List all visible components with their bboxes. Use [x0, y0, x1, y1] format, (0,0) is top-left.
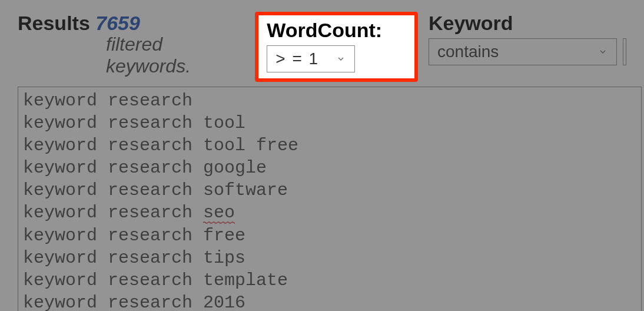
spellcheck-word: seo [203, 203, 235, 223]
keyword-line: keyword research tips [23, 247, 636, 269]
wordcount-select-value: > = 1 [275, 49, 336, 68]
wordcount-select[interactable]: > = 1 [267, 45, 355, 72]
chevron-down-icon [336, 54, 346, 64]
results-block: Results 7659 filtered keywords. [18, 12, 249, 77]
keyword-results-textarea[interactable]: keyword researchkeyword research toolkey… [18, 87, 642, 311]
keyword-line: keyword research template [23, 269, 636, 292]
keyword-line: keyword research free [23, 224, 636, 247]
results-count: 7659 [95, 12, 140, 34]
results-label: Results [18, 12, 90, 34]
wordcount-label: WordCount: [267, 19, 382, 42]
keyword-line: keyword research tool [23, 112, 636, 134]
keyword-line: keyword research 2016 [23, 292, 636, 311]
results-line: Results 7659 [18, 12, 249, 35]
keyword-filter-block: Keyword contains [429, 12, 626, 65]
wordcount-filter-block: WordCount: > = 1 [255, 12, 418, 82]
keyword-filter-input[interactable] [623, 38, 626, 65]
keyword-filter-label: Keyword [429, 12, 626, 35]
keyword-line: keyword research [23, 90, 636, 112]
keyword-line: keyword research software [23, 179, 636, 201]
keyword-line: keyword research seo [23, 201, 636, 224]
keyword-line: keyword research tool free [23, 134, 636, 157]
chevron-down-icon [597, 47, 608, 57]
keyword-filter-select[interactable]: contains [429, 38, 617, 65]
keyword-line: keyword research google [23, 157, 636, 179]
filtered-keywords-label: filtered keywords. [106, 34, 249, 77]
keyword-filter-value: contains [437, 42, 597, 61]
